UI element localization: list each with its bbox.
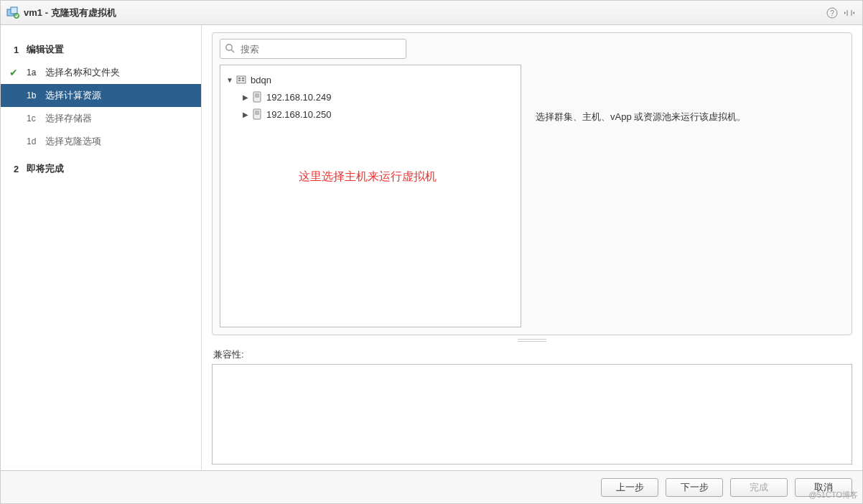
splitter-handle[interactable]: [212, 335, 852, 345]
svg-line-8: [231, 50, 234, 52]
datacenter-icon: [235, 73, 248, 86]
wizard-sidebar: 1 编辑设置 ✔ 1a 选择名称和文件夹 1b 选择计算资源 1c 选择存储器 …: [1, 25, 202, 470]
next-button[interactable]: 下一步: [666, 478, 723, 497]
watermark: @51CTO博客: [809, 490, 858, 500]
wizard-step-1c[interactable]: 1c 选择存储器: [1, 107, 201, 130]
wizard-step-1[interactable]: 1 编辑设置: [1, 38, 201, 61]
chevron-right-icon[interactable]: ▶: [241, 111, 251, 118]
compatibility-box: [212, 364, 852, 465]
tree-node-host[interactable]: ▶ 192.168.10.250: [225, 106, 516, 123]
tree-node-datacenter[interactable]: ▼ bdqn: [225, 71, 516, 88]
svg-text:?: ?: [830, 9, 834, 17]
wizard-step-1d[interactable]: 1d 选择克隆选项: [1, 130, 201, 153]
finish-button: 完成: [730, 478, 788, 497]
chevron-right-icon[interactable]: ▶: [241, 93, 251, 101]
svg-rect-1: [11, 7, 17, 14]
tree-node-label: 192.168.10.250: [266, 109, 331, 120]
chevron-down-icon[interactable]: ▼: [225, 76, 235, 84]
wizard-step-1b[interactable]: 1b 选择计算资源: [1, 84, 201, 107]
expand-icon[interactable]: [842, 6, 857, 20]
svg-rect-9: [237, 76, 246, 83]
svg-rect-12: [242, 78, 244, 79]
wizard-content: ▼ bdqn ▶ 192.168.10.249: [202, 25, 862, 470]
checkmark-icon: ✔: [9, 67, 18, 78]
clone-vm-dialog: vm1 - 克隆现有虚拟机 ? 1 编辑设置 ✔ 1a 选择名称和文件夹: [0, 0, 863, 504]
svg-point-7: [226, 45, 232, 50]
host-icon: [251, 90, 263, 103]
search-icon: [225, 43, 236, 55]
search-input[interactable]: [239, 39, 401, 58]
compatibility-label: 兼容性:: [213, 348, 852, 361]
svg-point-2: [14, 13, 19, 18]
svg-rect-13: [242, 80, 244, 81]
help-icon[interactable]: ?: [825, 6, 839, 20]
dialog-body: 1 编辑设置 ✔ 1a 选择名称和文件夹 1b 选择计算资源 1c 选择存储器 …: [1, 25, 862, 470]
titlebar: vm1 - 克隆现有虚拟机 ?: [1, 1, 862, 25]
tree-node-host[interactable]: ▶ 192.168.10.249: [225, 88, 516, 106]
svg-rect-11: [238, 80, 241, 81]
svg-rect-10: [238, 78, 241, 79]
resource-tree[interactable]: ▼ bdqn ▶ 192.168.10.249: [220, 65, 521, 327]
back-button[interactable]: 上一步: [601, 478, 658, 497]
vm-clone-icon: [6, 6, 19, 19]
wizard-step-1a[interactable]: ✔ 1a 选择名称和文件夹: [1, 61, 201, 84]
tree-node-label: bdqn: [251, 75, 271, 85]
hint-label: 选择群集、主机、vApp 或资源池来运行该虚拟机。: [536, 111, 746, 123]
host-icon: [251, 108, 263, 121]
tree-node-label: 192.168.10.249: [266, 92, 331, 103]
tree-wrap: ▼ bdqn ▶ 192.168.10.249: [220, 39, 521, 327]
wizard-step-2[interactable]: 2 即将完成: [1, 157, 201, 180]
hint-text: 选择群集、主机、vApp 或资源池来运行该虚拟机。: [531, 39, 844, 327]
resource-selection-panel: ▼ bdqn ▶ 192.168.10.249: [212, 32, 852, 335]
wizard-footer: 上一步 下一步 完成 取消 @51CTO博客: [1, 470, 862, 503]
search-box[interactable]: [220, 39, 406, 59]
dialog-title: vm1 - 克隆现有虚拟机: [24, 6, 822, 19]
